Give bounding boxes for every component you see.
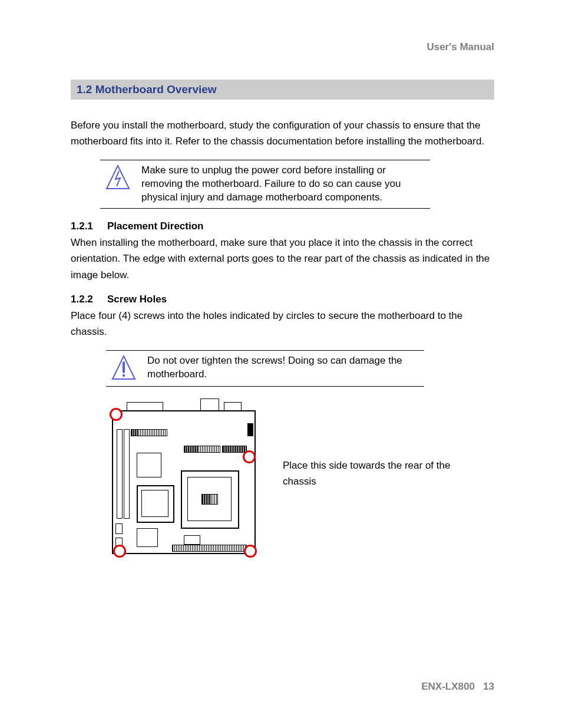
screw-hole-marker bbox=[244, 545, 257, 558]
subheading-title: Placement Direction bbox=[107, 220, 203, 232]
subheading-placement: 1.2.1Placement Direction bbox=[71, 220, 494, 232]
page: User's Manual 1.2 Motherboard Overview B… bbox=[0, 0, 562, 728]
screw-hole-marker bbox=[243, 450, 256, 463]
screw-hole-marker bbox=[110, 408, 123, 421]
footer-page: 13 bbox=[483, 681, 494, 692]
warning-callout-power: Make sure to unplug the power cord befor… bbox=[100, 160, 430, 209]
lightning-warning-icon bbox=[100, 164, 141, 192]
warning-callout-screws: Do not over tighten the screws! Doing so… bbox=[106, 350, 424, 387]
diagram-caption: Place this side towards the rear of the … bbox=[283, 457, 471, 489]
svg-marker-0 bbox=[107, 166, 129, 189]
header-manual-label: User's Manual bbox=[71, 41, 494, 53]
subheading-screwholes: 1.2.2Screw Holes bbox=[71, 294, 494, 305]
diagram-row: Place this side towards the rear of the … bbox=[106, 398, 494, 558]
subheading-num: 1.2.2 bbox=[71, 294, 107, 305]
motherboard-diagram bbox=[106, 398, 259, 558]
placement-paragraph: When installing the motherboard, make su… bbox=[71, 235, 494, 283]
footer-model: ENX-LX800 bbox=[421, 681, 475, 692]
svg-point-3 bbox=[123, 374, 125, 377]
subheading-num: 1.2.1 bbox=[71, 220, 107, 232]
screwholes-paragraph: Place four (4) screws into the holes ind… bbox=[71, 308, 494, 340]
section-heading: 1.2 Motherboard Overview bbox=[71, 80, 494, 100]
warning-text-screws: Do not over tighten the screws! Doing so… bbox=[147, 354, 424, 381]
footer: ENX-LX800 13 bbox=[421, 681, 494, 693]
screw-hole-marker bbox=[113, 545, 126, 558]
intro-paragraph: Before you install the motherboard, stud… bbox=[71, 117, 494, 149]
subheading-title: Screw Holes bbox=[107, 294, 167, 305]
exclamation-warning-icon bbox=[106, 354, 147, 383]
warning-text-power: Make sure to unplug the power cord befor… bbox=[141, 164, 430, 205]
